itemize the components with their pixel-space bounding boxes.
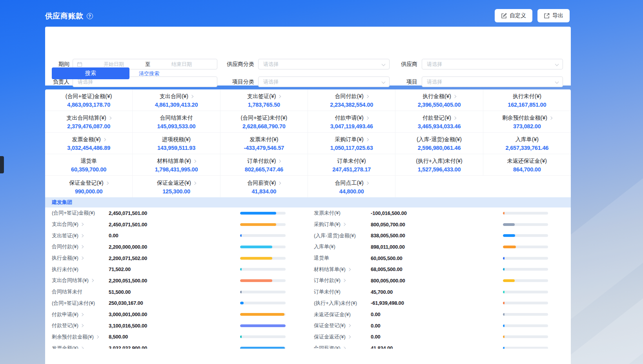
metric-row[interactable]: 保证金登记(¥)0.00 [308, 320, 571, 331]
chevron-right-icon [365, 138, 368, 141]
stat-card[interactable]: 支出合同结算(¥)2,379,476,087.00 [45, 111, 133, 133]
drawer-handle[interactable] [0, 156, 4, 173]
stat-card[interactable]: 剩余预付款金额(¥)373,082.00 [483, 111, 571, 133]
project-category-select[interactable]: 请选择 [258, 76, 390, 87]
metric-progress-track [503, 223, 548, 226]
stat-card-value: 145,093,533.00 [157, 123, 195, 129]
stat-card-label: 未返还保证金(¥) [507, 158, 547, 165]
metric-row: (入库-退货)金额(¥)838,005,500.00 [308, 230, 571, 241]
start-date-placeholder[interactable]: 开始日期 [82, 61, 145, 68]
stat-card[interactable]: 支出签证(¥)1,783,765.50 [220, 89, 308, 111]
end-date-placeholder[interactable]: 结束日期 [150, 61, 213, 68]
stat-card[interactable]: 执行金额(¥)2,396,550,405.00 [395, 89, 483, 111]
project-select[interactable]: 请选择 [422, 76, 563, 87]
metric-progress-fill [240, 324, 286, 327]
stat-card-value: 802,665,747.46 [245, 166, 283, 173]
stat-card[interactable]: 发票金额(¥)3,032,454,486.89 [45, 133, 133, 154]
customize-button[interactable]: 自定义 [495, 9, 532, 22]
stat-card[interactable]: 合同点工(¥)44,800.00 [308, 176, 395, 197]
supplier-select[interactable]: 请选择 [422, 59, 563, 69]
chevron-right-icon [105, 181, 108, 184]
stat-card[interactable]: 付款申请(¥)3,047,119,493.46 [308, 111, 395, 133]
stat-card[interactable]: 支出合同(¥)4,861,309,413.20 [133, 89, 220, 111]
metric-label: 发票未付(¥) [314, 209, 371, 217]
chevron-right-icon [549, 116, 552, 120]
metric-row[interactable]: 支出合同结算(¥)2,200,051,500.00 [45, 275, 308, 286]
metric-progress-fill [503, 279, 515, 282]
metric-label: 执行金额(¥) [52, 255, 109, 262]
metric-value: 0.00 [371, 323, 503, 329]
chevron-right-icon [278, 95, 281, 98]
stat-card-value: 2,596,980,061.46 [418, 145, 461, 151]
supplier-category-select[interactable]: 请选择 [258, 59, 390, 69]
metric-progress-track [503, 212, 548, 215]
metric-label: (入库-退货)金额(¥) [314, 232, 371, 239]
group-rows: (合同+签证)金额(¥)2,450,071,501.00支出合同(¥)2,450… [45, 207, 571, 349]
stat-card: 发票未付(¥)-433,479,546.57 [220, 133, 308, 154]
chevron-right-icon [278, 160, 281, 163]
stat-card-label: 入库单(¥) [515, 136, 539, 143]
metric-value: 3,100,016,500.00 [109, 323, 240, 329]
stat-card-empty [395, 176, 483, 197]
stat-card[interactable]: 保证金返还(¥)125,300.00 [133, 176, 220, 197]
metric-progress-track [240, 257, 286, 260]
metric-row[interactable]: 合同付款(¥)2,200,000,000.00 [45, 241, 308, 253]
search-button[interactable]: 搜索 [52, 67, 129, 79]
chevron-right-icon [80, 245, 84, 248]
metric-row: (执行+入库)未付(¥)-61,939,498.00 [308, 298, 571, 309]
stat-card-label: 剩余预付款金额(¥) [502, 115, 547, 122]
metric-row[interactable]: 剩余预付款金额(¥)8,500.00 [45, 331, 308, 343]
stat-card-value: 1,798,431,995.00 [155, 166, 198, 173]
stat-card-value: 3,047,119,493.46 [330, 123, 373, 129]
stat-card-value: 3,032,454,486.89 [67, 145, 110, 151]
supplier-label: 供应商 [383, 59, 417, 69]
stat-card-label: 合同薪资(¥) [247, 180, 276, 187]
help-icon[interactable]: ? [87, 13, 93, 19]
stat-card[interactable]: 付款登记(¥)3,465,934,033.46 [395, 111, 483, 133]
clear-search-link[interactable]: 清空搜索 [139, 70, 159, 77]
metric-progress-track [240, 279, 286, 282]
metric-value: 68,005,500.00 [371, 266, 503, 272]
metric-row[interactable]: 合同薪资(¥)41,834.00 [308, 342, 571, 349]
stat-card[interactable]: 订单付款(¥)802,665,747.46 [220, 154, 308, 176]
stat-card-value: 41,834.00 [251, 188, 276, 195]
metric-label: 保证金返还(¥) [314, 333, 371, 340]
stat-card[interactable]: 保证金登记(¥)990,000.00 [45, 176, 133, 197]
chevron-right-icon [342, 279, 346, 282]
calendar-icon [77, 62, 82, 67]
export-button[interactable]: 导出 [537, 9, 570, 22]
stat-card-label: 材料结算单(¥) [157, 158, 191, 165]
metric-row[interactable]: 保证金返还(¥)0.00 [308, 331, 571, 343]
group-left-column: (合同+签证)金额(¥)2,450,071,501.00支出合同(¥)2,450… [45, 207, 308, 349]
metric-row[interactable]: 发票金额(¥)3,032,032,900.00 [45, 342, 308, 349]
stat-card-label: (合同+签证)金额(¥) [66, 93, 112, 100]
stat-card-empty [483, 176, 571, 197]
metric-row[interactable]: 支出合同(¥)2,450,071,501.00 [45, 219, 308, 230]
metric-value: 41,834.00 [371, 345, 503, 349]
group-header[interactable]: 建发集团 [45, 197, 571, 207]
supplier-category-label: 供应商分类 [218, 59, 254, 69]
metric-progress-fill [240, 279, 272, 282]
stat-card-value: 3,465,934,033.46 [418, 123, 461, 129]
metric-progress-fill [240, 257, 272, 260]
metric-progress-track [503, 279, 548, 282]
metric-row[interactable]: 执行金额(¥)2,200,071,502.00 [45, 253, 308, 264]
stat-card[interactable]: 合同薪资(¥)41,834.00 [220, 176, 308, 197]
stat-card: (执行+入库)未付(¥)1,527,596,433.00 [395, 154, 483, 176]
metric-value: -100,016,500.00 [371, 210, 503, 216]
project-label: 项目 [383, 76, 417, 87]
metric-row[interactable]: 付款申请(¥)3,000,001,000.00 [45, 309, 308, 320]
metric-row[interactable]: 订单付款(¥)800,005,000.00 [308, 275, 571, 286]
stat-card[interactable]: 材料结算单(¥)1,798,431,995.00 [133, 154, 220, 176]
chevron-down-icon [555, 62, 559, 66]
metric-value: 2,200,051,500.00 [109, 278, 240, 284]
stat-card: 执行未付(¥)162,167,851.00 [483, 89, 571, 111]
stat-card[interactable]: 采购订单(¥)1,050,117,025.63 [308, 133, 395, 154]
metric-row[interactable]: 付款登记(¥)3,100,016,500.00 [45, 320, 308, 331]
chevron-right-icon [91, 279, 94, 282]
metric-row[interactable]: 材料结算单(¥)68,005,500.00 [308, 264, 571, 275]
metric-row[interactable]: 采购订单(¥)800,050,700.00 [308, 219, 571, 230]
metric-progress-track [503, 291, 548, 293]
stat-card[interactable]: 合同付款(¥)2,234,382,554.00 [308, 89, 395, 111]
metric-row[interactable]: 支出签证(¥)0.00 [45, 230, 308, 241]
